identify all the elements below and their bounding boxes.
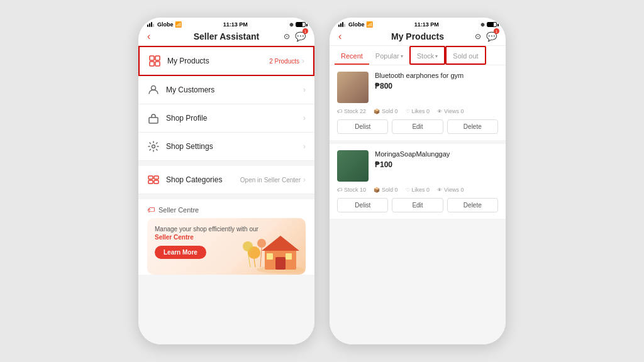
delist-button-1[interactable]: Delist [337, 119, 388, 134]
tab-recent-label: Recent [341, 52, 363, 60]
stat-likes-2: ♡ Likes 0 [406, 187, 430, 193]
stat-likes-1: ♡ Likes 0 [406, 108, 430, 114]
views-icon-2: 👁 [437, 187, 442, 193]
tab-popular[interactable]: Popular ▾ [369, 46, 409, 65]
menu-list: My Products 2 Products › My Customers › … [138, 46, 314, 344]
open-in-seller-text: Open in Seller Center [240, 177, 301, 184]
customers-icon [147, 84, 160, 96]
products-icon [148, 55, 161, 67]
menu-label-shop-profile: Shop Profile [166, 114, 303, 123]
tab-popular-dropdown: ▾ [401, 53, 403, 59]
svg-point-19 [243, 241, 253, 251]
tab-recent[interactable]: Recent [335, 46, 369, 65]
menu-item-my-customers[interactable]: My Customers › [138, 76, 314, 104]
svg-rect-8 [154, 176, 158, 179]
section-gap-2 [138, 194, 314, 199]
menu-item-my-products[interactable]: My Products 2 Products › [138, 46, 314, 76]
stock-label-2: Stock 10 [344, 187, 366, 193]
svg-rect-14 [275, 257, 286, 270]
menu-item-shop-profile[interactable]: Shop Profile › [138, 104, 314, 133]
delete-button-2[interactable]: Delete [447, 198, 498, 212]
menu-label-products: My Products [167, 57, 269, 65]
seller-centre-section: 🏷 Seller Centre Manage your shop efficie… [138, 199, 314, 275]
stat-sold-1: 📦 Sold 0 [374, 108, 398, 114]
status-left: Globe 📶 [147, 21, 182, 28]
list-bottom-space [330, 222, 506, 248]
tab-soldout[interactable]: Sold out [445, 46, 486, 65]
carrier-label-right: Globe [348, 21, 365, 28]
shop-profile-icon [147, 112, 160, 124]
svg-line-22 [260, 248, 262, 267]
status-bar-left: Globe 📶 11:13 PM ⊕ [138, 18, 314, 29]
tab-stock-label: Stock [417, 52, 435, 60]
product-info-2: MoringaSoapMalunggay ₱100 [375, 150, 498, 169]
delist-button-2[interactable]: Delist [337, 198, 388, 212]
svg-marker-13 [262, 236, 299, 251]
time-label: 11:13 PM [223, 21, 248, 28]
location-icon-right: ⊕ [480, 22, 485, 28]
stock-icon-1: 🏷 [337, 109, 342, 114]
signal-icon [147, 22, 154, 27]
product-list: Bluetooth earphones for gym ₱800 🏷 Stock… [330, 65, 506, 344]
tab-stock[interactable]: Stock ▾ [409, 46, 446, 65]
shop-settings-icon [147, 140, 160, 153]
back-button-right[interactable]: ‹ [338, 31, 341, 42]
settings-icon[interactable]: ⊙ [284, 32, 290, 41]
seller-centre-icon: 🏷 [147, 206, 155, 214]
stat-views-2: 👁 Views 0 [437, 187, 464, 193]
chevron-icon-customers: › [303, 85, 306, 94]
sold-label-2: Sold 0 [382, 187, 398, 193]
chevron-icon: › [302, 57, 304, 65]
svg-rect-16 [286, 253, 292, 260]
edit-button-2[interactable]: Edit [392, 198, 443, 212]
product-stats-1: 🏷 Stock 22 📦 Sold 0 ♡ Likes 0 👁 Views 0 [337, 108, 498, 114]
menu-item-shop-settings[interactable]: Shop Settings › [138, 133, 314, 161]
menu-label-shop-settings: Shop Settings [166, 142, 303, 151]
chevron-icon-categories: › [303, 175, 306, 184]
status-bar-right: Globe 📶 11:13 PM ⊕ [330, 18, 506, 29]
svg-rect-9 [148, 180, 153, 184]
right-phone: Globe 📶 11:13 PM ⊕ ‹ My Products ⊙ 💬 1 R… [330, 18, 506, 344]
product-card-1: Bluetooth earphones for gym ₱800 🏷 Stock… [330, 65, 506, 140]
carrier-label: Globe [157, 21, 174, 28]
status-left-right: Globe 📶 [338, 21, 373, 28]
product-top-2: MoringaSoapMalunggay ₱100 [337, 150, 498, 182]
product-actions-2: Delist Edit Delete [337, 198, 498, 212]
product-tabs: Recent Popular ▾ Stock ▾ Sold out [330, 46, 506, 65]
stock-label-1: Stock 22 [344, 108, 366, 114]
menu-item-shop-categories[interactable]: Shop Categories Open in Seller Center › [138, 166, 314, 194]
stat-stock-1: 🏷 Stock 22 [337, 108, 366, 114]
svg-rect-15 [267, 253, 273, 260]
page-title-left: Seller Assistant [194, 31, 260, 41]
delete-button-1[interactable]: Delete [447, 119, 498, 134]
chevron-icon-profile: › [303, 114, 306, 123]
products-count-text: 2 Products [269, 58, 299, 65]
section-gap-1 [138, 161, 314, 166]
wifi-icon-right: 📶 [366, 21, 373, 28]
edit-button-1[interactable]: Edit [392, 119, 443, 134]
seller-centre-card: Manage your shop efficiently with our Se… [147, 218, 306, 275]
battery-icon [296, 22, 306, 27]
battery-icon-right [487, 22, 497, 27]
back-button-left[interactable]: ‹ [147, 31, 150, 42]
product-actions-1: Delist Edit Delete [337, 119, 498, 134]
app-header-right: ‹ My Products ⊙ 💬 1 [330, 29, 506, 46]
product-name-2: MoringaSoapMalunggay [375, 150, 498, 158]
chat-button-right[interactable]: 💬 1 [486, 31, 497, 42]
categories-icon [147, 173, 160, 186]
status-right: ⊕ [289, 22, 306, 28]
app-header-left: ‹ Seller Assistant ⊙ 💬 1 [138, 29, 314, 46]
svg-rect-7 [148, 176, 153, 179]
page-title-right: My Products [391, 31, 444, 41]
product-top-1: Bluetooth earphones for gym ₱800 [337, 72, 498, 103]
product-thumbnail-1 [337, 72, 369, 103]
settings-icon-right[interactable]: ⊙ [475, 32, 481, 41]
likes-label-1: Likes 0 [412, 108, 430, 114]
product-price-2: ₱100 [375, 160, 498, 169]
svg-rect-10 [154, 180, 158, 184]
product-image-2 [337, 150, 369, 182]
learn-more-button[interactable]: Learn More [155, 246, 206, 259]
chat-button[interactable]: 💬 1 [295, 31, 306, 42]
product-stats-2: 🏷 Stock 10 📦 Sold 0 ♡ Likes 0 👁 Views 0 [337, 187, 498, 193]
chat-badge: 1 [303, 28, 308, 34]
